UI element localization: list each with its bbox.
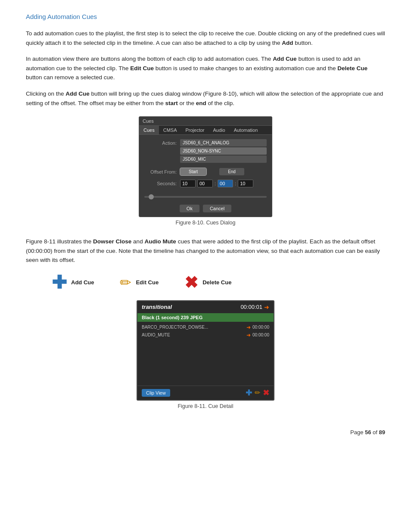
clip-footer: Clip View ✚ ✏ ✖ <box>137 386 274 400</box>
sec-input-2[interactable] <box>197 180 213 187</box>
tab-automation[interactable]: Automation <box>230 126 262 134</box>
clip-title: transitional <box>142 304 172 310</box>
clip-detail: transitional 00:00:01 ➜ Black (1 second)… <box>137 300 274 401</box>
slider-thumb[interactable] <box>149 194 154 199</box>
offset-start-btn[interactable]: Start <box>180 168 206 175</box>
clip-view-button[interactable]: Clip View <box>142 389 170 397</box>
cues-dialog-figure: Cues Cues CMSA Projector Audio Automatio… <box>26 116 385 233</box>
sec-sep-2: : <box>235 181 236 186</box>
paragraph-2: In automation view there are buttons alo… <box>26 54 385 82</box>
paragraph-3: Clicking on the Add Cue button will brin… <box>26 89 385 108</box>
footer-add-icon[interactable]: ✚ <box>246 388 252 398</box>
action-option-3[interactable]: JSD60_MIC <box>180 156 267 163</box>
action-row: Action: JSD60_6_CH_ANALOG JSD60_NON-SYNC… <box>144 139 267 164</box>
add-cue-item: ✚ Add Cue <box>52 274 94 292</box>
edit-cue-icon: ✏ <box>120 276 131 289</box>
clip-detail-figure: transitional 00:00:01 ➜ Black (1 second)… <box>26 300 385 416</box>
offset-buttons: Start End <box>180 168 267 175</box>
add-cue-icon: ✚ <box>52 274 67 292</box>
clip-cues: BARCO_PROJECTOR_DOWSE... ➜ 00:00:00 AUDI… <box>137 322 274 342</box>
seconds-row: Seconds: : : <box>144 180 267 187</box>
page-title: Adding Automation Cues <box>26 13 385 20</box>
clip-subtitle: Black (1 second) 239 JPEG <box>137 313 274 322</box>
add-cue-label: Add Cue <box>71 279 94 286</box>
tab-audio[interactable]: Audio <box>209 126 230 134</box>
cue-icons-row: ✚ Add Cue ✏ Edit Cue ✖ Delete Cue <box>52 274 385 292</box>
figure-1-caption: Figure 8-10. Cues Dialog <box>176 220 236 226</box>
tab-cues[interactable]: Cues <box>139 126 159 134</box>
dialog-body: Action: JSD60_6_CH_ANALOG JSD60_NON-SYNC… <box>139 135 272 196</box>
cancel-button[interactable]: Cancel <box>203 205 231 212</box>
dialog-tabs: Cues CMSA Projector Audio Automation <box>139 126 272 135</box>
offset-row: Offset From: Start End <box>144 168 267 175</box>
seconds-label: Seconds: <box>144 181 177 186</box>
dialog-title: Cues <box>139 117 272 126</box>
figure-2-caption: Figure 8-11. Cue Detail <box>177 403 233 409</box>
action-option-2[interactable]: JSD60_NON-SYNC <box>180 147 267 155</box>
cue-entry-1: BARCO_PROJECTOR_DOWSE... ➜ 00:00:00 <box>142 324 269 330</box>
action-option-1[interactable]: JSD60_6_CH_ANALOG <box>180 139 267 146</box>
page-footer: Page 56 of 89 <box>26 429 385 436</box>
cue-offset-1: ➜ 00:00:00 <box>246 324 269 330</box>
ok-button[interactable]: Ok <box>180 205 199 212</box>
edit-cue-item: ✏ Edit Cue <box>120 276 159 289</box>
clip-empty-space <box>137 342 274 386</box>
seconds-inputs: : : <box>180 180 253 187</box>
delete-cue-item: ✖ Delete Cue <box>184 274 231 291</box>
delete-cue-label: Delete Cue <box>202 279 231 286</box>
tab-projector[interactable]: Projector <box>181 126 209 134</box>
slider-row <box>139 196 272 201</box>
clip-time-arrow: ➜ <box>264 304 269 311</box>
footer-icons: ✚ ✏ ✖ <box>246 388 269 398</box>
sec-input-3[interactable] <box>218 180 233 187</box>
action-options: JSD60_6_CH_ANALOG JSD60_NON-SYNC JSD60_M… <box>180 139 267 164</box>
sec-input-4[interactable] <box>238 180 253 187</box>
cue-entry-2: AUDIO_MUTE ➜ 00:00:00 <box>142 332 269 338</box>
cue-arrow-1: ➜ <box>246 324 251 330</box>
tab-cmsa[interactable]: CMSA <box>159 126 181 134</box>
dialog-footer: Ok Cancel <box>139 201 272 217</box>
footer-delete-icon[interactable]: ✖ <box>263 388 269 398</box>
cue-arrow-2: ➜ <box>246 332 251 338</box>
paragraph-4: Figure 8-11 illustrates the Dowser Close… <box>26 237 385 265</box>
slider-track[interactable] <box>144 196 267 198</box>
cue-offset-2: ➜ 00:00:00 <box>246 332 269 338</box>
sec-input-1[interactable] <box>180 180 196 187</box>
clip-header: transitional 00:00:01 ➜ <box>137 301 274 313</box>
paragraph-1: To add automation cues to the playlist, … <box>26 29 385 47</box>
footer-edit-icon[interactable]: ✏ <box>255 389 260 397</box>
sec-sep-1: : <box>215 181 216 186</box>
cue-name-1: BARCO_PROJECTOR_DOWSE... <box>142 325 246 330</box>
clip-time: 00:00:01 ➜ <box>240 304 269 311</box>
cue-name-2: AUDIO_MUTE <box>142 333 246 337</box>
offset-label: Offset From: <box>144 169 177 174</box>
action-label: Action: <box>144 139 177 146</box>
delete-cue-icon: ✖ <box>184 274 198 291</box>
cues-dialog: Cues Cues CMSA Projector Audio Automatio… <box>139 116 272 217</box>
offset-end-btn[interactable]: End <box>219 168 244 175</box>
edit-cue-label: Edit Cue <box>136 279 159 286</box>
